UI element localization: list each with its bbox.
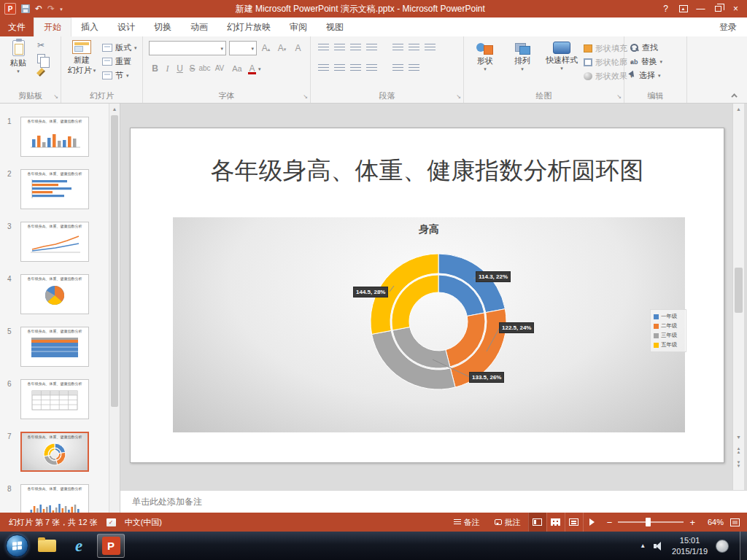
arrange-button[interactable]: 排列 ▾ (505, 42, 540, 71)
align-center-button[interactable] (331, 61, 347, 74)
find-button[interactable]: 查找 (630, 42, 662, 53)
start-button[interactable] (6, 534, 28, 557)
quick-styles-button[interactable]: 快速样式 ▾ (541, 42, 582, 71)
increase-indent-button[interactable] (363, 41, 379, 54)
zoom-slider-thumb[interactable] (646, 518, 651, 526)
spell-check-icon[interactable]: ✓ (107, 518, 116, 526)
customize-quick-access-icon[interactable]: ▾ (60, 7, 63, 12)
fit-to-window-icon[interactable] (730, 518, 740, 526)
comments-toggle-button[interactable]: 批注 (487, 513, 528, 532)
zoom-slider[interactable] (618, 521, 684, 523)
zoom-out-button[interactable]: − (601, 517, 619, 528)
scroll-up-button[interactable]: ▲ (733, 104, 744, 114)
restore-button[interactable] (711, 1, 726, 16)
slide-sorter-view-button[interactable] (546, 513, 565, 532)
slide-thumbnail-8[interactable]: 各年级身高、体重、健康指数分析 (20, 484, 89, 513)
font-size-combobox[interactable]: ▾ (229, 41, 257, 55)
columns-button[interactable] (390, 61, 406, 74)
text-direction-button[interactable] (406, 41, 422, 54)
new-slide-button[interactable]: 新建 幻灯片▾ (64, 40, 99, 76)
layout-button[interactable]: 版式▾ (102, 42, 137, 53)
format-painter-icon[interactable] (36, 68, 45, 77)
redo-icon[interactable]: ↷ (47, 4, 55, 13)
select-button[interactable]: 选择▾ (630, 70, 662, 81)
change-case-button[interactable]: Aa (228, 61, 246, 76)
ribbon-tab-7[interactable]: 审阅 (280, 18, 317, 36)
shrink-font-button[interactable]: A▾ (276, 41, 288, 57)
collapse-ribbon-button[interactable] (729, 91, 741, 100)
minimize-button[interactable]: — (693, 1, 708, 16)
slide-thumbnail-2[interactable]: 各年级身高、体重、健康指数分析 (20, 169, 89, 209)
dialog-launcher-icon[interactable]: ↘ (303, 93, 308, 100)
bold-button[interactable]: B (149, 61, 161, 76)
align-right-button[interactable] (347, 61, 363, 74)
align-text-button[interactable] (422, 41, 438, 54)
underline-button[interactable]: U (174, 61, 186, 76)
undo-icon[interactable]: ↶ (35, 4, 42, 13)
slideshow-view-button[interactable] (583, 513, 601, 532)
convert-smartart-button[interactable] (406, 61, 422, 74)
ribbon-tab-4[interactable]: 切换 (144, 18, 181, 36)
ribbon-tab-6[interactable]: 幻灯片放映 (217, 18, 280, 36)
italic-button[interactable]: I (161, 61, 174, 76)
notes-toggle-button[interactable]: 备注 (446, 513, 487, 532)
slide-thumbnail-3[interactable]: 各年级身高、体重、健康指数分析 (20, 222, 89, 262)
scrollbar-thumb[interactable] (735, 268, 743, 313)
file-tab[interactable]: 文件 (0, 18, 34, 36)
cut-icon[interactable]: ✂ (37, 41, 44, 50)
language-indicator[interactable]: 中文(中国) (125, 517, 162, 528)
normal-view-button[interactable] (528, 513, 546, 532)
clear-formatting-button[interactable]: A (292, 41, 304, 55)
next-slide-button[interactable]: ▼▼ (733, 459, 744, 470)
slide-thumbnail-7[interactable]: 各年级身高、体重、健康指数分析 (20, 432, 89, 472)
justify-button[interactable] (363, 61, 379, 74)
hidden-icons-button[interactable]: ▲ (640, 542, 646, 549)
replace-button[interactable]: ab替换▾ (630, 56, 662, 67)
tray-clock-icon[interactable] (716, 540, 729, 553)
ribbon-tab-3[interactable]: 设计 (108, 18, 144, 36)
slide-canvas[interactable]: 各年级身高、体重、健康指数分析圆环图 身高 114.3, 22%122.5, 2… (130, 128, 724, 463)
dialog-launcher-icon[interactable]: ↘ (53, 93, 58, 100)
section-button[interactable]: 节▾ (102, 70, 137, 81)
taskbar-explorer-button[interactable] (33, 534, 61, 558)
taskbar-internet-explorer-button[interactable]: e (65, 534, 93, 558)
ribbon-tab-2[interactable]: 插入 (71, 18, 108, 36)
scroll-up-icon[interactable]: ▲ (109, 104, 120, 114)
ribbon-display-options-button[interactable]: ▲ (676, 1, 691, 16)
line-spacing-button[interactable] (390, 41, 406, 54)
reset-button[interactable]: 重置 (102, 56, 137, 67)
text-shadow-button[interactable]: abc (198, 61, 211, 76)
ribbon-tab-5[interactable]: 动画 (181, 18, 217, 36)
slide-thumbnail-4[interactable]: 各年级身高、体重、健康指数分析 (20, 274, 89, 314)
align-left-button[interactable] (315, 61, 331, 74)
scroll-down-button[interactable]: ▼ (733, 432, 744, 443)
paste-button[interactable]: 粘贴 ▾ (4, 40, 32, 74)
copy-icon[interactable] (37, 54, 45, 63)
slide-thumbnail-1[interactable]: 各年级身高、体重、健康指数分析 (20, 117, 89, 157)
dialog-launcher-icon[interactable]: ↘ (616, 93, 622, 100)
previous-slide-button[interactable]: ▲▲ (733, 445, 744, 456)
bullets-button[interactable] (315, 41, 331, 54)
close-button[interactable]: × (728, 1, 743, 16)
save-icon[interactable] (21, 4, 30, 13)
grow-font-button[interactable]: A▴ (260, 41, 272, 57)
slide-thumbnail-5[interactable]: 各年级身高、体重、健康指数分析 (20, 327, 89, 367)
font-color-button[interactable]: A (246, 61, 258, 76)
zoom-in-button[interactable]: + (684, 517, 701, 528)
help-button[interactable]: ? (658, 1, 673, 16)
taskbar-powerpoint-button[interactable]: P (97, 534, 125, 558)
notes-pane[interactable]: 单击此处添加备注 (120, 490, 747, 513)
sign-in-link[interactable]: 登录 (709, 18, 747, 36)
doughnut-chart[interactable]: 身高 114.3, 22%122.5, 24%133.5, 26%144.5, … (173, 217, 685, 432)
powerpoint-app-icon[interactable]: P (4, 3, 16, 15)
volume-icon[interactable] (654, 542, 664, 551)
decrease-indent-button[interactable] (347, 41, 363, 54)
shapes-button[interactable]: 形状 ▾ (467, 42, 503, 71)
dialog-launcher-icon[interactable]: ↘ (456, 93, 461, 100)
slide-title[interactable]: 各年级身高、体重、健康指数分析圆环图 (131, 155, 724, 187)
numbering-button[interactable] (331, 41, 347, 54)
slides-panel-scrollbar[interactable]: ▲ (109, 104, 120, 513)
slide-thumbnail-6[interactable]: 各年级身高、体重、健康指数分析 (20, 379, 89, 419)
reading-view-button[interactable] (565, 513, 583, 532)
character-spacing-button[interactable]: AV (211, 61, 228, 76)
